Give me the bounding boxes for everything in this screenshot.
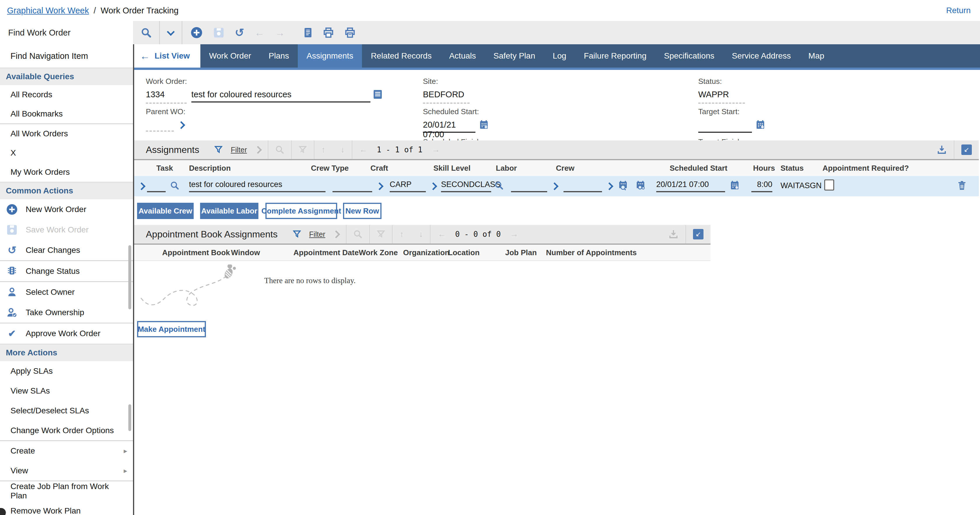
breadcrumb-app-link[interactable]: Graphical Work Week	[7, 6, 89, 16]
action-clear-changes[interactable]: ↺ Clear Changes	[0, 240, 133, 260]
sidebar-item-all-work-orders[interactable]: All Work Orders	[0, 124, 133, 143]
new-record-icon[interactable]	[191, 27, 203, 39]
tab-assignments[interactable]: Assignments	[298, 44, 362, 68]
filter-expand-icon[interactable]	[332, 230, 340, 238]
target-start-calendar-icon[interactable]	[756, 120, 765, 129]
skill-level-field[interactable]: SECONDCLASS	[441, 180, 491, 192]
more-actions-scrollbar[interactable]	[128, 404, 131, 431]
tab-specifications[interactable]: Specifications	[655, 44, 723, 68]
row-scheduled-start-field[interactable]: 20/01/21 07:00	[656, 180, 725, 192]
craft-field[interactable]: CARP	[390, 180, 426, 192]
parent-wo-field[interactable]	[146, 120, 174, 132]
long-description-icon[interactable]	[373, 90, 382, 99]
action-create-job-plan-from-work-plan[interactable]: Create Job Plan from Work Plan	[0, 481, 133, 501]
find-navigation-input[interactable]	[10, 51, 123, 62]
crew-type-detail-icon[interactable]	[375, 182, 383, 190]
minimize-section-icon[interactable]: ↙	[961, 144, 972, 155]
appointment-required-checkbox[interactable]	[824, 179, 834, 190]
action-new-work-order[interactable]: New Work Order	[0, 199, 133, 220]
filter-icon[interactable]	[215, 146, 223, 154]
crew-detail-icon[interactable]	[606, 182, 613, 190]
row-expand-icon[interactable]	[138, 182, 146, 190]
chevron-down-icon[interactable]	[167, 28, 175, 36]
sidebar-item-all-bookmarks[interactable]: All Bookmarks	[0, 104, 133, 124]
clear-filter-icon	[299, 146, 307, 154]
more-actions-header: More Actions	[0, 344, 133, 361]
filter-link[interactable]: Filter	[309, 230, 326, 239]
tab-related-records[interactable]: Related Records	[362, 44, 441, 68]
action-create-submenu[interactable]: Create ▸	[0, 441, 133, 461]
tab-map[interactable]: Map	[800, 44, 833, 68]
tab-plans[interactable]: Plans	[260, 44, 298, 68]
tab-work-order[interactable]: Work Order	[200, 44, 260, 68]
appointments-pager: 0 - 0 of 0	[455, 230, 501, 239]
action-remove-work-plan[interactable]: Remove Work Plan	[0, 501, 133, 515]
action-select-deselect-slas[interactable]: Select/Deselect SLAs	[0, 401, 133, 421]
save-work-order-icon	[6, 224, 18, 235]
labor-detail-icon[interactable]	[550, 182, 558, 190]
scheduled-start-calendar-icon[interactable]	[479, 120, 488, 129]
labor-field[interactable]	[511, 180, 547, 192]
row-description-field[interactable]: test for coloured resources	[189, 180, 326, 192]
tab-failure-reporting[interactable]: Failure Reporting	[575, 44, 655, 68]
craft-detail-icon[interactable]	[430, 182, 437, 190]
make-appointment-button[interactable]: Make Appointment	[137, 321, 206, 337]
new-row-button[interactable]: New Row	[343, 203, 382, 219]
filter-expand-icon[interactable]	[254, 146, 262, 154]
print-with-attachments-icon[interactable]	[344, 27, 356, 38]
action-select-owner[interactable]: Select Owner	[0, 281, 133, 303]
search-icon[interactable]	[141, 28, 151, 38]
crew-field[interactable]	[563, 180, 602, 192]
action-save-work-order: Save Work Order	[0, 220, 133, 240]
action-view-submenu[interactable]: View ▸	[0, 461, 133, 481]
skill-level-select-value-icon[interactable]	[495, 181, 503, 190]
action-approve-work-order[interactable]: ✔ Approve Work Order	[0, 323, 133, 344]
col-number-of-appointments: Number of Appointments	[546, 248, 637, 257]
common-actions-scrollbar[interactable]	[128, 245, 131, 309]
filter-icon[interactable]	[293, 230, 301, 238]
sidebar-item-my-work-orders[interactable]: My Work Orders	[0, 163, 133, 182]
sidebar-item-all-records[interactable]: All Records	[0, 85, 133, 104]
search-rows-icon	[353, 230, 362, 239]
minimize-section-icon[interactable]: ↙	[693, 229, 703, 239]
hours-field[interactable]: 8:00	[751, 180, 772, 192]
print-icon[interactable]	[323, 27, 334, 38]
action-change-status[interactable]: Change Status	[0, 260, 133, 281]
labor-availability-icon[interactable]	[636, 181, 646, 190]
reports-icon[interactable]	[304, 27, 312, 38]
previous-page-icon: ←	[360, 145, 368, 154]
work-order-tracking-app: Graphical Work Week / Work Order Trackin…	[0, 0, 980, 515]
return-link[interactable]: Return	[946, 6, 970, 15]
tab-list-view[interactable]: ← List View	[134, 44, 200, 68]
row-scheduled-start-calendar-icon[interactable]	[730, 181, 739, 190]
tab-safety-plan[interactable]: Safety Plan	[485, 44, 544, 68]
scheduled-start-field[interactable]: 20/01/21 07:00	[423, 120, 476, 133]
tab-actuals[interactable]: Actuals	[441, 44, 485, 68]
assignment-row[interactable]: test for coloured resources CARP CARP SE…	[134, 176, 979, 196]
target-start-field[interactable]	[698, 120, 752, 133]
remove-work-plan-icon	[0, 508, 6, 515]
action-apply-slas[interactable]: Apply SLAs	[0, 361, 133, 381]
find-work-order-input[interactable]	[7, 27, 97, 38]
tab-log[interactable]: Log	[544, 44, 575, 68]
delete-row-icon[interactable]	[958, 181, 966, 190]
available-crew-button[interactable]: Available Crew	[137, 203, 194, 219]
search-rows-icon	[275, 145, 284, 154]
task-field[interactable]	[147, 180, 165, 192]
description-field[interactable]: test for coloured resources	[191, 90, 371, 103]
complete-assignment-button[interactable]: Complete Assignment	[266, 203, 337, 219]
download-icon[interactable]	[937, 145, 947, 154]
crew-availability-icon[interactable]	[618, 181, 628, 190]
sidebar-item-x[interactable]: X	[0, 143, 133, 163]
crew-type-field[interactable]	[332, 180, 372, 192]
action-view-slas[interactable]: View SLAs	[0, 381, 133, 401]
available-labor-button[interactable]: Available Labor	[200, 203, 258, 219]
tab-service-address[interactable]: Service Address	[723, 44, 799, 68]
action-take-ownership[interactable]: Take Ownership	[0, 303, 133, 323]
action-change-work-order-options[interactable]: Change Work Order Options	[0, 421, 133, 441]
clear-changes-icon[interactable]: ↺	[235, 26, 244, 39]
task-select-value-icon[interactable]	[170, 181, 179, 190]
filter-link[interactable]: Filter	[231, 146, 247, 154]
col-appointment-date: Appointment Date	[293, 248, 359, 257]
parent-wo-detail-icon[interactable]	[177, 121, 185, 129]
